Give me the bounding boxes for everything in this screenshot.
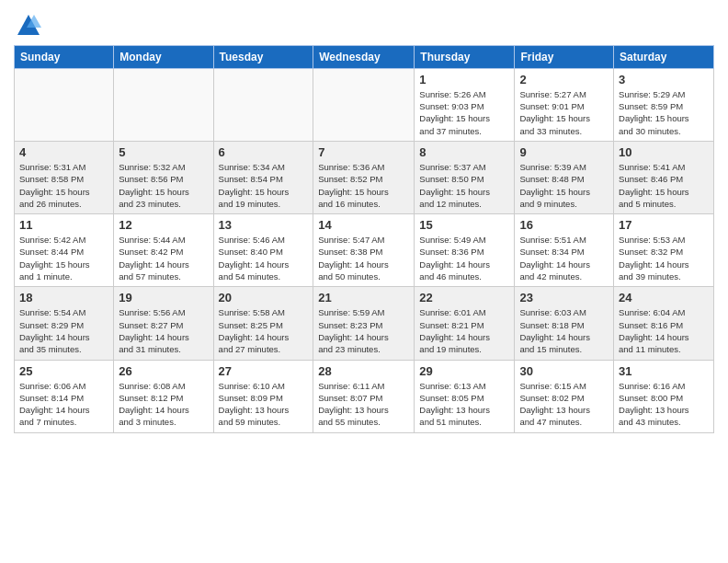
calendar-cell: 16Sunrise: 5:51 AM Sunset: 8:34 PM Dayli… <box>515 214 614 287</box>
day-number: 25 <box>19 364 108 378</box>
calendar-cell: 2Sunrise: 5:27 AM Sunset: 9:01 PM Daylig… <box>515 68 614 141</box>
column-header-saturday: Saturday <box>614 45 714 68</box>
day-info: Sunrise: 5:47 AM Sunset: 8:38 PM Dayligh… <box>318 234 409 282</box>
calendar-cell: 5Sunrise: 5:32 AM Sunset: 8:56 PM Daylig… <box>114 141 213 213</box>
day-number: 11 <box>19 218 108 232</box>
calendar-cell: 18Sunrise: 5:54 AM Sunset: 8:29 PM Dayli… <box>15 287 114 360</box>
day-info: Sunrise: 6:04 AM Sunset: 8:16 PM Dayligh… <box>619 306 709 355</box>
day-number: 9 <box>519 145 609 159</box>
day-info: Sunrise: 5:37 AM Sunset: 8:50 PM Dayligh… <box>419 161 509 210</box>
day-number: 29 <box>419 364 509 378</box>
day-number: 16 <box>519 218 609 232</box>
day-info: Sunrise: 5:32 AM Sunset: 8:56 PM Dayligh… <box>119 161 208 210</box>
day-info: Sunrise: 6:01 AM Sunset: 8:21 PM Dayligh… <box>419 306 509 355</box>
column-header-sunday: Sunday <box>15 45 114 68</box>
day-info: Sunrise: 5:59 AM Sunset: 8:23 PM Dayligh… <box>318 306 409 355</box>
day-info: Sunrise: 5:26 AM Sunset: 9:03 PM Dayligh… <box>419 88 509 137</box>
day-info: Sunrise: 5:58 AM Sunset: 8:25 PM Dayligh… <box>219 306 309 355</box>
calendar-cell: 4Sunrise: 5:31 AM Sunset: 8:58 PM Daylig… <box>15 141 114 213</box>
calendar-cell: 22Sunrise: 6:01 AM Sunset: 8:21 PM Dayli… <box>415 287 515 360</box>
calendar-cell: 1Sunrise: 5:26 AM Sunset: 9:03 PM Daylig… <box>415 68 515 141</box>
column-header-thursday: Thursday <box>415 45 515 68</box>
day-info: Sunrise: 5:34 AM Sunset: 8:54 PM Dayligh… <box>219 161 309 210</box>
week-row-3: 11Sunrise: 5:42 AM Sunset: 8:44 PM Dayli… <box>15 214 714 287</box>
day-number: 17 <box>619 218 709 232</box>
week-row-5: 25Sunrise: 6:06 AM Sunset: 8:14 PM Dayli… <box>15 360 714 432</box>
calendar-cell <box>114 68 213 141</box>
day-info: Sunrise: 5:56 AM Sunset: 8:27 PM Dayligh… <box>119 306 208 355</box>
day-number: 19 <box>119 291 208 304</box>
day-number: 18 <box>19 291 108 304</box>
calendar-cell: 27Sunrise: 6:10 AM Sunset: 8:09 PM Dayli… <box>213 360 313 432</box>
day-info: Sunrise: 6:11 AM Sunset: 8:07 PM Dayligh… <box>318 380 409 429</box>
day-info: Sunrise: 6:16 AM Sunset: 8:00 PM Dayligh… <box>619 380 709 429</box>
day-number: 21 <box>318 291 409 304</box>
day-number: 6 <box>219 145 309 159</box>
calendar-cell: 20Sunrise: 5:58 AM Sunset: 8:25 PM Dayli… <box>213 287 313 360</box>
calendar-cell <box>15 68 114 141</box>
day-info: Sunrise: 5:53 AM Sunset: 8:32 PM Dayligh… <box>619 234 709 282</box>
calendar-cell: 28Sunrise: 6:11 AM Sunset: 8:07 PM Dayli… <box>313 360 415 432</box>
day-number: 8 <box>419 145 509 159</box>
day-number: 30 <box>519 364 609 378</box>
calendar-cell <box>313 68 415 141</box>
day-info: Sunrise: 6:08 AM Sunset: 8:12 PM Dayligh… <box>119 380 208 429</box>
day-number: 24 <box>619 291 709 304</box>
calendar-cell: 21Sunrise: 5:59 AM Sunset: 8:23 PM Dayli… <box>313 287 415 360</box>
calendar-cell: 24Sunrise: 6:04 AM Sunset: 8:16 PM Dayli… <box>614 287 714 360</box>
page: SundayMondayTuesdayWednesdayThursdayFrid… <box>0 0 728 563</box>
calendar-cell <box>213 68 313 141</box>
day-info: Sunrise: 5:41 AM Sunset: 8:46 PM Dayligh… <box>619 161 709 210</box>
day-number: 1 <box>419 73 509 86</box>
calendar-cell: 19Sunrise: 5:56 AM Sunset: 8:27 PM Dayli… <box>114 287 213 360</box>
day-number: 4 <box>19 145 108 159</box>
week-row-1: 1Sunrise: 5:26 AM Sunset: 9:03 PM Daylig… <box>15 68 714 141</box>
day-info: Sunrise: 5:54 AM Sunset: 8:29 PM Dayligh… <box>19 306 108 355</box>
calendar-cell: 23Sunrise: 6:03 AM Sunset: 8:18 PM Dayli… <box>515 287 614 360</box>
day-info: Sunrise: 6:06 AM Sunset: 8:14 PM Dayligh… <box>19 380 108 429</box>
day-info: Sunrise: 5:49 AM Sunset: 8:36 PM Dayligh… <box>419 234 509 282</box>
calendar-cell: 25Sunrise: 6:06 AM Sunset: 8:14 PM Dayli… <box>15 360 114 432</box>
calendar-cell: 6Sunrise: 5:34 AM Sunset: 8:54 PM Daylig… <box>213 141 313 213</box>
day-number: 28 <box>318 364 409 378</box>
calendar-cell: 9Sunrise: 5:39 AM Sunset: 8:48 PM Daylig… <box>515 141 614 213</box>
day-number: 27 <box>219 364 309 378</box>
day-number: 13 <box>219 218 309 232</box>
day-number: 26 <box>119 364 208 378</box>
day-number: 14 <box>318 218 409 232</box>
calendar-cell: 10Sunrise: 5:41 AM Sunset: 8:46 PM Dayli… <box>614 141 714 213</box>
day-info: Sunrise: 6:15 AM Sunset: 8:02 PM Dayligh… <box>519 380 609 429</box>
column-header-wednesday: Wednesday <box>313 45 415 68</box>
header <box>14 9 714 40</box>
logo <box>14 13 41 40</box>
day-number: 22 <box>419 291 509 304</box>
day-info: Sunrise: 5:42 AM Sunset: 8:44 PM Dayligh… <box>19 234 108 282</box>
day-number: 20 <box>219 291 309 304</box>
calendar-cell: 8Sunrise: 5:37 AM Sunset: 8:50 PM Daylig… <box>415 141 515 213</box>
day-number: 23 <box>519 291 609 304</box>
logo-icon <box>16 13 41 39</box>
day-info: Sunrise: 6:10 AM Sunset: 8:09 PM Dayligh… <box>219 380 309 429</box>
day-number: 7 <box>318 145 409 159</box>
day-number: 3 <box>619 73 709 86</box>
logo-text <box>14 13 41 43</box>
day-number: 12 <box>119 218 208 232</box>
day-number: 2 <box>519 73 609 86</box>
calendar-cell: 26Sunrise: 6:08 AM Sunset: 8:12 PM Dayli… <box>114 360 213 432</box>
day-number: 31 <box>619 364 709 378</box>
calendar-cell: 14Sunrise: 5:47 AM Sunset: 8:38 PM Dayli… <box>313 214 415 287</box>
week-row-2: 4Sunrise: 5:31 AM Sunset: 8:58 PM Daylig… <box>15 141 714 213</box>
calendar-cell: 13Sunrise: 5:46 AM Sunset: 8:40 PM Dayli… <box>213 214 313 287</box>
column-header-friday: Friday <box>515 45 614 68</box>
calendar-cell: 7Sunrise: 5:36 AM Sunset: 8:52 PM Daylig… <box>313 141 415 213</box>
day-info: Sunrise: 5:46 AM Sunset: 8:40 PM Dayligh… <box>219 234 309 282</box>
day-info: Sunrise: 5:36 AM Sunset: 8:52 PM Dayligh… <box>318 161 409 210</box>
calendar-cell: 3Sunrise: 5:29 AM Sunset: 8:59 PM Daylig… <box>614 68 714 141</box>
calendar-cell: 11Sunrise: 5:42 AM Sunset: 8:44 PM Dayli… <box>15 214 114 287</box>
day-info: Sunrise: 5:27 AM Sunset: 9:01 PM Dayligh… <box>519 88 609 137</box>
day-info: Sunrise: 5:44 AM Sunset: 8:42 PM Dayligh… <box>119 234 208 282</box>
column-header-tuesday: Tuesday <box>213 45 313 68</box>
day-info: Sunrise: 5:29 AM Sunset: 8:59 PM Dayligh… <box>619 88 709 137</box>
day-number: 15 <box>419 218 509 232</box>
calendar-cell: 31Sunrise: 6:16 AM Sunset: 8:00 PM Dayli… <box>614 360 714 432</box>
